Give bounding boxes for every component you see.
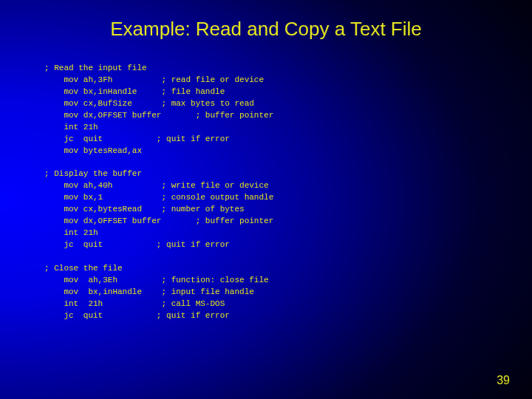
code-line: mov ah,40h ; write file or device: [44, 181, 269, 190]
code-line: mov cx,bytesRead ; number of bytes: [44, 205, 245, 214]
code-line: mov bytesRead,ax: [44, 146, 142, 155]
code-line: mov cx,BufSize ; max bytes to read: [44, 99, 254, 108]
code-line: jc quit ; quit if error: [44, 134, 230, 143]
code-line: mov bx,inHandle ; file handle: [44, 87, 225, 96]
code-line: int 21h ; call MS-DOS: [44, 299, 225, 308]
slide-title: Example: Read and Copy a Text File: [0, 0, 532, 41]
code-comment: ; Read the input file: [44, 64, 147, 72]
code-line: mov dx,OFFSET buffer ; buffer pointer: [44, 216, 273, 225]
code-line: mov dx,OFFSET buffer ; buffer pointer: [44, 111, 273, 120]
code-line: mov ah,3Fh ; read file or device: [44, 75, 264, 84]
code-line: int 21h: [44, 123, 98, 132]
page-number: 39: [497, 374, 510, 387]
code-block: ; Read the input file mov ah,3Fh ; read …: [44, 63, 532, 322]
code-line: jc quit ; quit if error: [44, 311, 230, 320]
code-line: mov bx,inHandle ; input file handle: [44, 287, 254, 296]
code-line: mov bx,1 ; console output handle: [44, 193, 273, 202]
code-line: mov ah,3Eh ; function: close file: [44, 276, 269, 284]
code-line: int 21h: [44, 228, 98, 237]
code-line: jc quit ; quit if error: [44, 240, 230, 249]
code-comment: ; Display the buffer: [44, 169, 142, 178]
code-comment: ; Close the file: [44, 264, 123, 273]
